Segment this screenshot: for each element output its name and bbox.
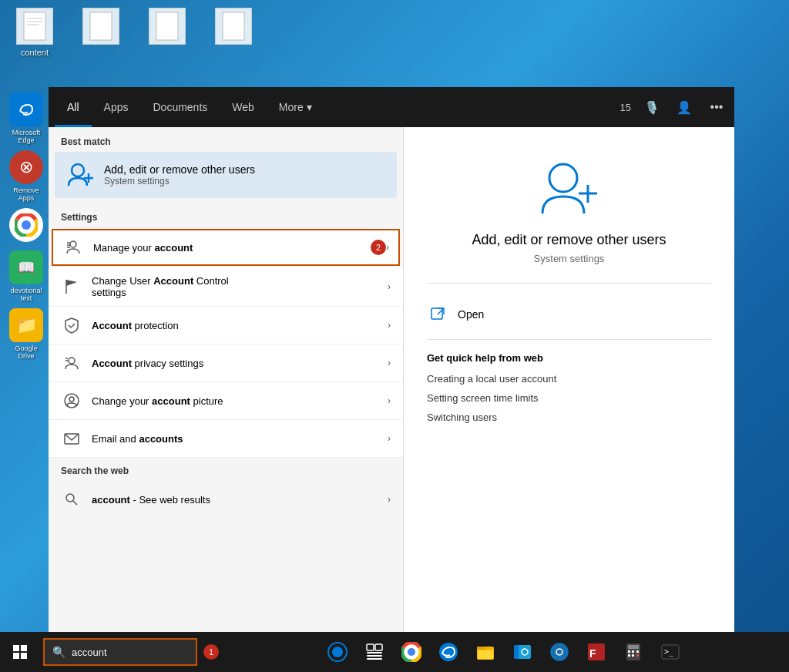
detail-open-action[interactable]: Open — [427, 296, 711, 333]
best-match-text: Add, edit or remove other users System s… — [104, 163, 255, 186]
detail-help-title: Get quick help from web — [427, 352, 711, 364]
best-match-item[interactable]: Add, edit or remove other users System s… — [55, 152, 397, 198]
tab-documents[interactable]: Documents — [140, 87, 220, 127]
svg-point-21 — [69, 358, 75, 364]
devotional-icon: 📖 — [9, 250, 43, 284]
more-options-icon[interactable]: ••• — [705, 96, 728, 119]
svg-rect-4 — [90, 12, 112, 40]
result-count: 15 — [620, 102, 631, 113]
task-view-icon[interactable] — [359, 637, 390, 667]
change-picture-arrow: › — [388, 395, 391, 406]
svg-rect-41 — [375, 644, 382, 650]
sidebar-app-devotional[interactable]: 📖 devotional text — [6, 250, 46, 302]
list-person-icon — [62, 237, 84, 258]
svg-rect-60 — [628, 645, 639, 649]
manage-account-arrow: › — [386, 242, 389, 253]
taskbar-settings-icon[interactable] — [544, 637, 575, 667]
result-account-privacy[interactable]: Account privacy settings › — [49, 344, 403, 382]
taskbar: 🔍 account 1 — [0, 632, 789, 672]
detail-title: Add, edit or remove other users — [427, 232, 711, 248]
taskbar-explorer-icon[interactable] — [470, 637, 501, 667]
svg-text:F: F — [589, 647, 596, 660]
result-manage-account[interactable]: Manage your account 2 › — [52, 229, 400, 266]
best-match-label: Best match — [49, 127, 403, 152]
taskbar-edge-icon[interactable] — [433, 637, 464, 667]
svg-point-14 — [70, 241, 76, 247]
sidebar-app-label-gdrive: Google Drive — [6, 344, 46, 360]
desktop-icon-4[interactable] — [206, 8, 260, 57]
desktop-icon-2[interactable] — [74, 8, 128, 57]
svg-text:>_: >_ — [664, 647, 674, 657]
results-panel: Best match Add, edit or remove other use… — [49, 127, 403, 657]
search-tabs-right: 15 🎙️ 👤 ••• — [620, 96, 728, 119]
tab-more[interactable]: More ▾ — [267, 87, 324, 127]
result-change-uac[interactable]: Change User Account Controlsettings › — [49, 267, 403, 307]
svg-rect-0 — [24, 12, 45, 40]
add-user-icon — [67, 161, 95, 189]
result-account-protection[interactable]: Account protection › — [49, 307, 403, 344]
flag-icon — [61, 276, 82, 297]
taskbar-filezilla-icon[interactable]: F — [581, 637, 612, 667]
change-uac-arrow: › — [388, 281, 391, 292]
person-icon[interactable]: 👤 — [673, 96, 696, 119]
svg-line-20 — [71, 324, 75, 328]
svg-rect-43 — [367, 655, 382, 657]
sidebar-app-2[interactable]: ⊗ Remove Apps — [6, 150, 46, 202]
taskbar-chrome-icon[interactable] — [396, 637, 427, 667]
web-search-section: Search the web account - See web results… — [49, 458, 403, 518]
svg-rect-37 — [21, 653, 27, 659]
edge-icon — [9, 92, 43, 126]
taskbar-search-icon: 🔍 — [52, 646, 65, 658]
svg-point-10 — [22, 221, 30, 229]
svg-point-25 — [69, 397, 74, 402]
account-protection-arrow: › — [388, 320, 391, 331]
detail-divider-2 — [427, 339, 711, 340]
result-email-accounts[interactable]: Email and accounts › — [49, 420, 403, 458]
sidebar-app-chrome[interactable] — [6, 208, 46, 244]
taskbar-calculator-icon[interactable] — [618, 637, 649, 667]
taskbar-outlook-icon[interactable] — [507, 637, 538, 667]
sidebar-app-edge[interactable]: Microsoft Edge — [6, 92, 46, 144]
account-protection-text: Account protection — [92, 320, 388, 331]
svg-point-11 — [72, 164, 84, 176]
web-search-item[interactable]: account - See web results › — [49, 481, 403, 518]
taskbar-center: F >_ — [219, 637, 789, 667]
envelope-icon — [61, 428, 82, 449]
desktop-icon-img-1 — [16, 8, 53, 45]
desktop-icon-3[interactable] — [140, 8, 194, 57]
change-picture-text: Change your account picture — [92, 395, 388, 407]
desktop-icon-img-2 — [82, 8, 119, 45]
svg-rect-5 — [156, 12, 178, 40]
sidebar-app-gdrive[interactable]: 📁 Google Drive — [6, 308, 46, 360]
desktop-icon-1[interactable]: content — [8, 8, 62, 57]
svg-rect-62 — [632, 650, 634, 653]
taskbar-search-bar[interactable]: 🔍 account — [43, 638, 197, 666]
tab-apps[interactable]: Apps — [92, 87, 141, 127]
chrome-icon — [9, 208, 43, 242]
cortana-circle-icon[interactable] — [322, 637, 353, 667]
detail-help-link-3[interactable]: Switching users — [427, 412, 711, 423]
gdrive-icon: 📁 — [9, 308, 43, 342]
microphone-icon[interactable]: 🎙️ — [640, 96, 663, 119]
search-panel: All Apps Documents Web More ▾ 15 🎙️ 👤 ••… — [49, 87, 734, 657]
svg-rect-42 — [367, 652, 382, 654]
detail-help-link-1[interactable]: Creating a local user account — [427, 373, 711, 385]
manage-account-text: Manage your account — [93, 242, 364, 254]
svg-rect-44 — [367, 658, 382, 660]
taskbar-terminal-icon[interactable]: >_ — [655, 637, 686, 667]
account-privacy-text: Account privacy settings — [92, 358, 388, 369]
desktop-icon-img-3 — [149, 8, 186, 45]
detail-help-link-2[interactable]: Setting screen time limits — [427, 392, 711, 404]
web-search-arrow: › — [388, 494, 391, 505]
start-button[interactable] — [0, 632, 40, 672]
taskbar-search-badge: 1 — [203, 644, 219, 660]
svg-rect-66 — [636, 654, 639, 657]
tab-web[interactable]: Web — [220, 87, 267, 127]
best-match-subtitle: System settings — [104, 176, 255, 186]
svg-rect-40 — [367, 644, 374, 650]
account-privacy-icon — [61, 352, 82, 374]
result-change-picture[interactable]: Change your account picture › — [49, 382, 403, 420]
sidebar-app-label-edge: Microsoft Edge — [6, 129, 46, 144]
sidebar-app-label-devotional: devotional text — [6, 287, 46, 302]
tab-all[interactable]: All — [55, 87, 92, 127]
